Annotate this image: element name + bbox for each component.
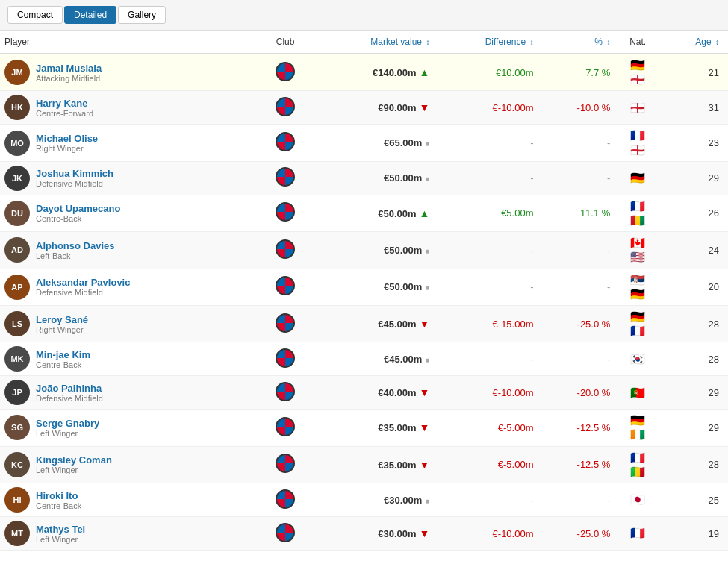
detailed-view-button[interactable]: Detailed [64, 6, 116, 24]
table-row: AD Alphonso Davies Left-Back €50.00m■ - … [0, 232, 728, 269]
flag-icon: 🇩🇪 [619, 171, 656, 185]
market-value: €35.00m [378, 422, 416, 433]
table-row: DU Dayot Upamecano Centre-Back €50.00m▲ … [0, 195, 728, 231]
club-badge[interactable] [276, 97, 295, 116]
difference-value: €-10.00m [493, 387, 534, 398]
club-badge[interactable] [276, 417, 295, 436]
flag-icon: 🏴󠁧󠁢󠁥󠁮󠁧󠁿 [619, 72, 656, 87]
percent-value: 7.7 % [585, 67, 610, 78]
player-name[interactable]: Serge Gnabry [36, 418, 99, 429]
player-name[interactable]: Dayot Upamecano [36, 203, 120, 214]
table-row: HK Harry Kane Centre-Forward €90.00m▼ €-… [0, 91, 728, 125]
flag-icon: 🇲🇱 [619, 465, 656, 479]
player-position: Left Winger [36, 429, 99, 438]
player-name[interactable]: João Palhinha [36, 383, 103, 394]
flag-icon: 🇰🇷 [619, 352, 656, 366]
flag-icon: 🇵🇹 [619, 386, 656, 400]
nationality-flags: 🇵🇹 [619, 386, 656, 400]
nationality-flags: 🇩🇪🏴󠁧󠁢󠁥󠁮󠁧󠁿 [619, 58, 656, 87]
player-info: Joshua Kimmich Defensive Midfield [36, 168, 113, 188]
player-name[interactable]: Harry Kane [36, 98, 93, 109]
player-cell: HI Hiroki Ito Centre-Back [4, 487, 255, 513]
player-name[interactable]: Leroy Sané [36, 314, 88, 325]
column-difference[interactable]: Difference ↕ [434, 31, 538, 54]
player-info: Michael Olise Right Winger [36, 133, 98, 153]
difference-value: - [530, 137, 533, 148]
player-position: Centre-Back [36, 501, 81, 510]
market-value: €30.00m [384, 495, 422, 506]
player-name[interactable]: Kingsley Coman [36, 454, 112, 466]
player-cell: MK Min-jae Kim Centre-Back [4, 346, 255, 372]
club-badge[interactable] [276, 62, 295, 81]
player-info: Aleksandar Pavlovic Defensive Midfield [36, 277, 130, 297]
compact-view-button[interactable]: Compact [7, 6, 63, 24]
club-badge[interactable] [276, 239, 295, 259]
player-name[interactable]: Alphonso Davies [36, 240, 114, 251]
player-cell: DU Dayot Upamecano Centre-Back [4, 201, 255, 226]
column-market-value[interactable]: Market value ↕ [311, 31, 435, 54]
avatar: HK [4, 95, 30, 120]
club-badge[interactable] [276, 132, 295, 151]
flag-icon: 🇫🇷 [619, 324, 656, 338]
table-header: Player Club Market value ↕ Difference ↕ … [0, 31, 728, 54]
avatar: KC [4, 452, 30, 477]
player-name[interactable]: Joshua Kimmich [36, 168, 113, 179]
player-name[interactable]: Hiroki Ito [36, 490, 81, 501]
flag-icon: 🇫🇷 [619, 526, 656, 540]
difference-value: - [530, 354, 533, 365]
percent-value: - [607, 137, 610, 148]
club-badge[interactable] [276, 523, 295, 542]
player-info: Serge Gnabry Left Winger [36, 418, 99, 438]
club-badge[interactable] [276, 202, 295, 222]
flag-icon: 🇩🇪 [619, 287, 656, 301]
club-badge[interactable] [276, 167, 295, 187]
table-row: JP João Palhinha Defensive Midfield €40.… [0, 376, 728, 410]
player-cell: LS Leroy Sané Right Winger [4, 311, 255, 336]
player-name[interactable]: Jamal Musiala [36, 63, 102, 74]
nationality-flags: 🏴󠁧󠁢󠁥󠁮󠁧󠁿 [619, 101, 656, 115]
player-position: Left Winger [36, 466, 112, 474]
player-position: Centre-Forward [36, 109, 93, 118]
player-cell: AP Aleksandar Pavlovic Defensive Midfiel… [4, 275, 255, 300]
nationality-flags: 🇰🇷 [619, 352, 656, 366]
club-badge[interactable] [276, 382, 295, 401]
player-info: Jamal Musiala Attacking Midfield [36, 63, 102, 83]
column-percent[interactable]: % ↕ [538, 31, 615, 54]
flag-icon: 🇫🇷 [619, 128, 656, 142]
player-name[interactable]: Michael Olise [36, 133, 98, 144]
players-list: JM Jamal Musiala Attacking Midfield €140… [0, 54, 728, 551]
club-badge[interactable] [276, 313, 295, 333]
player-name[interactable]: Aleksandar Pavlovic [36, 277, 130, 288]
player-name[interactable]: Min-jae Kim [36, 349, 90, 360]
club-badge[interactable] [276, 489, 295, 509]
player-name[interactable]: Mathys Tel [36, 524, 85, 535]
age-value: 24 [709, 245, 719, 256]
player-position: Right Winger [36, 325, 88, 334]
column-age[interactable]: Age ↕ [661, 31, 728, 54]
age-value: 25 [709, 495, 719, 506]
club-badge[interactable] [276, 454, 295, 473]
percent-value: -10.0 % [577, 102, 611, 113]
market-value: €40.00m [378, 387, 416, 398]
club-badge[interactable] [276, 348, 295, 368]
table-row: MK Min-jae Kim Centre-Back €45.00m■ - - … [0, 342, 728, 376]
nationality-flags: 🇷🇸🇩🇪 [619, 273, 656, 301]
gallery-view-button[interactable]: Gallery [118, 6, 166, 24]
age-value: 29 [709, 387, 719, 398]
column-nat: Nat. [615, 31, 661, 54]
table-row: KC Kingsley Coman Left Winger €35.00m▼ €… [0, 446, 728, 483]
percent-value: - [607, 495, 610, 506]
age-value: 20 [709, 281, 719, 292]
difference-value: €-10.00m [493, 528, 534, 539]
avatar: MT [4, 521, 30, 546]
nationality-flags: 🇫🇷🇬🇳 [619, 199, 656, 228]
difference-value: - [530, 281, 533, 292]
player-cell: JM Jamal Musiala Attacking Midfield [4, 60, 255, 85]
player-position: Centre-Back [36, 360, 90, 369]
player-cell: KC Kingsley Coman Left Winger [4, 452, 255, 477]
club-badge[interactable] [276, 276, 295, 295]
flag-icon: 🇺🇸 [619, 250, 656, 264]
flag-icon: 🇨🇮 [619, 427, 656, 442]
table-row: MT Mathys Tel Left Winger €30.00m▼ €-10.… [0, 517, 728, 551]
market-value: €35.00m [378, 460, 416, 471]
